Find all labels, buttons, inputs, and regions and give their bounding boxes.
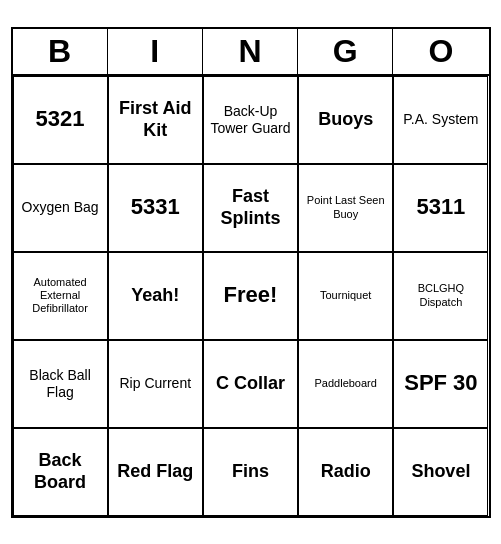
bingo-cell-20: Back Board [13,428,108,516]
bingo-cell-3: Buoys [298,76,393,164]
bingo-cell-5: Oxygen Bag [13,164,108,252]
bingo-cell-12: Free! [203,252,298,340]
bingo-cell-6: 5331 [108,164,203,252]
bingo-cell-8: Point Last Seen Buoy [298,164,393,252]
bingo-cell-18: Paddleboard [298,340,393,428]
bingo-card: BINGO 5321First Aid KitBack-Up Tower Gua… [11,27,491,518]
bingo-cell-21: Red Flag [108,428,203,516]
bingo-cell-9: 5311 [393,164,488,252]
bingo-cell-1: First Aid Kit [108,76,203,164]
header-letter-n: N [203,29,298,74]
bingo-cell-0: 5321 [13,76,108,164]
header-letter-i: I [108,29,203,74]
bingo-cell-16: Rip Current [108,340,203,428]
bingo-cell-15: Black Ball Flag [13,340,108,428]
bingo-cell-23: Radio [298,428,393,516]
header-letter-o: O [393,29,488,74]
bingo-cell-10: Automated External Defibrillator [13,252,108,340]
header-letter-g: G [298,29,393,74]
bingo-cell-17: C Collar [203,340,298,428]
bingo-header: BINGO [13,29,489,76]
bingo-cell-7: Fast Splints [203,164,298,252]
bingo-cell-13: Tourniquet [298,252,393,340]
bingo-cell-11: Yeah! [108,252,203,340]
bingo-cell-24: Shovel [393,428,488,516]
bingo-cell-22: Fins [203,428,298,516]
bingo-cell-4: P.A. System [393,76,488,164]
bingo-cell-14: BCLGHQ Dispatch [393,252,488,340]
bingo-grid: 5321First Aid KitBack-Up Tower GuardBuoy… [13,76,489,516]
header-letter-b: B [13,29,108,74]
bingo-cell-2: Back-Up Tower Guard [203,76,298,164]
bingo-cell-19: SPF 30 [393,340,488,428]
